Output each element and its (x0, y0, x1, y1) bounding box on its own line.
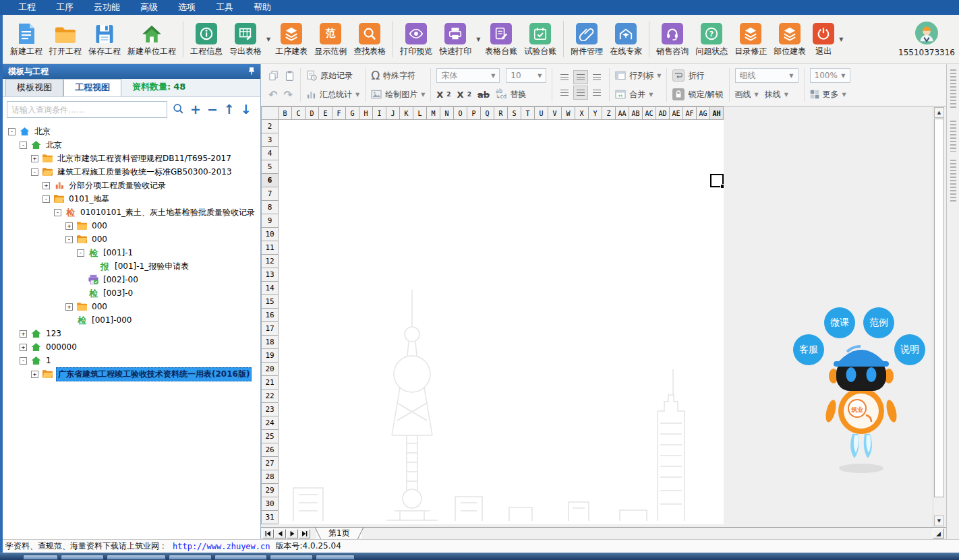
cell-cursor[interactable] (710, 174, 724, 187)
column-header-L[interactable]: L (413, 106, 427, 120)
row-header-5[interactable]: 5 (261, 160, 279, 174)
tree-item[interactable]: -建筑工程施工质量验收统一标准GB50300-2013 (3, 165, 260, 179)
column-header-H[interactable]: H (359, 106, 373, 120)
sheet-canvas[interactable] (279, 120, 724, 524)
attachment-button[interactable]: 附件管理 (567, 20, 606, 59)
position-table-button[interactable]: 部位建表 (770, 20, 809, 59)
right-dock-strip[interactable] (946, 64, 959, 539)
menu-item-3[interactable]: 高级 (130, 0, 168, 15)
tree-item[interactable]: -0101_地基 (3, 192, 260, 206)
find-table-button[interactable]: 查找表格 (350, 20, 389, 59)
row-header-21[interactable]: 21 (261, 376, 279, 390)
expand-icon[interactable]: + (65, 222, 73, 230)
pin-icon[interactable] (248, 67, 255, 77)
row-header-18[interactable]: 18 (261, 336, 279, 349)
collapse-icon[interactable]: - (42, 195, 50, 203)
tree-item[interactable]: -检01010101_素土、灰土地基检验批质量验收记录 (3, 206, 260, 219)
row-header-7[interactable]: 7 (261, 187, 279, 201)
column-header-J[interactable]: J (386, 106, 400, 120)
export-table-button[interactable]: 导出表格 (226, 20, 265, 59)
column-header-AA[interactable]: AA (616, 106, 629, 120)
column-header-I[interactable]: I (373, 106, 386, 120)
taskbar-button[interactable] (61, 555, 104, 560)
lock-unlock-button[interactable]: 锁定/解锁 (672, 88, 723, 100)
test-ledger-button[interactable]: 试验台账 (521, 20, 560, 59)
tree-item-label[interactable]: [001]-000 (90, 315, 134, 325)
column-header-S[interactable]: S (508, 106, 521, 120)
tree-item-label[interactable]: 北京市建筑工程资料管理规程DB11/T695-2017 (56, 152, 233, 165)
tree-item[interactable]: [002]-00 (3, 273, 260, 286)
dropdown-arrow-icon[interactable]: ▼ (839, 36, 843, 42)
tree-item[interactable]: +分部分项工程质量验收记录 (3, 179, 260, 192)
more-button[interactable]: 更多▼ (810, 89, 846, 100)
tree-item[interactable]: +000 (3, 300, 260, 313)
tree-item-label[interactable]: 0101_地基 (67, 193, 111, 206)
align-bottom-button[interactable] (589, 70, 604, 84)
row-header-15[interactable]: 15 (261, 295, 279, 309)
new-unit-project-button[interactable]: 新建单位工程 (124, 20, 179, 59)
taskbar-button[interactable] (23, 555, 58, 560)
column-header-D[interactable]: D (306, 106, 319, 120)
exit-button[interactable]: 退出 (809, 20, 838, 59)
row-col-header-button[interactable]: 行列标▼ (615, 70, 661, 82)
column-header-E[interactable]: E (319, 106, 332, 120)
row-header-16[interactable]: 16 (261, 309, 279, 322)
prev-sheet-icon[interactable] (274, 529, 286, 538)
column-header-AD[interactable]: AD (656, 106, 670, 120)
row-header-6[interactable]: 6 (261, 174, 279, 187)
column-header-V[interactable]: V (548, 106, 562, 120)
catalog-fix-button[interactable]: 目录修正 (731, 20, 770, 59)
row-header-8[interactable]: 8 (261, 201, 279, 214)
align-left-button[interactable] (557, 86, 572, 100)
paste-button[interactable] (285, 70, 295, 82)
tree-item-label[interactable]: 000000 (45, 342, 78, 352)
tree-item[interactable]: -北京 (3, 138, 260, 152)
column-header-X[interactable]: X (575, 106, 589, 120)
row-header-28[interactable]: 28 (261, 470, 279, 484)
draw-picture-button[interactable]: 绘制图片▼ (371, 89, 425, 100)
row-header-31[interactable]: 31 (261, 511, 279, 524)
special-char-button[interactable]: Ω特殊字符 (371, 69, 415, 82)
column-header-AE[interactable]: AE (670, 106, 683, 120)
taskbar-button[interactable] (270, 555, 313, 560)
tree-item[interactable]: -000 (3, 232, 260, 246)
row-header-23[interactable]: 23 (261, 403, 279, 416)
column-header-AB[interactable]: AB (629, 106, 643, 120)
show-sample-button[interactable]: 范显示范例 (311, 20, 350, 59)
column-header-U[interactable]: U (535, 106, 548, 120)
align-right-button[interactable] (589, 86, 604, 100)
row-header-27[interactable]: 27 (261, 457, 279, 470)
taskbar-button[interactable] (214, 555, 267, 560)
menu-item-0[interactable]: 工程 (8, 0, 46, 15)
row-header-25[interactable]: 25 (261, 430, 279, 443)
tree-item[interactable]: 检[003]-0 (3, 286, 260, 300)
collapse-icon[interactable]: - (20, 357, 27, 365)
expand-icon[interactable]: + (31, 371, 38, 378)
column-header-K[interactable]: K (400, 106, 413, 120)
expand-icon[interactable]: + (20, 330, 27, 338)
redo-button[interactable]: ↷ (283, 88, 292, 101)
row-header-30[interactable]: 30 (261, 497, 279, 511)
process-table-button[interactable]: 工序建表 (272, 20, 311, 59)
tree-item-label[interactable]: [001]-1 (102, 247, 134, 258)
save-project-button[interactable]: 保存工程 (85, 20, 124, 59)
print-preview-button[interactable]: 打印预览 (397, 20, 436, 59)
collapse-icon[interactable]: - (20, 142, 27, 149)
collapse-icon[interactable]: - (77, 249, 84, 257)
row-header-26[interactable]: 26 (261, 443, 279, 457)
online-expert-button[interactable]: 在线专家 (606, 20, 645, 59)
scroll-up-icon[interactable]: ▲ (934, 107, 944, 118)
expand-icon[interactable]: + (42, 182, 50, 189)
tree-item[interactable]: -1 (3, 354, 260, 367)
merge-cells-button[interactable]: 合并▼ (615, 89, 653, 100)
collapse-node-icon[interactable]: − (207, 103, 218, 116)
strikethrough-button[interactable]: ab (477, 90, 490, 100)
column-header-AG[interactable]: AG (697, 106, 710, 120)
align-center-button[interactable] (573, 86, 588, 100)
quick-print-button[interactable]: 快速打印 (436, 20, 475, 59)
tree-item[interactable]: +广东省建筑工程竣工验收技术资料统一用表(2016版) (3, 367, 260, 381)
tree-item[interactable]: 检[001]-000 (3, 313, 260, 327)
scrollbar-thumb[interactable] (934, 119, 944, 497)
dropdown-arrow-icon[interactable]: ▼ (266, 36, 270, 42)
column-header-N[interactable]: N (440, 106, 454, 120)
